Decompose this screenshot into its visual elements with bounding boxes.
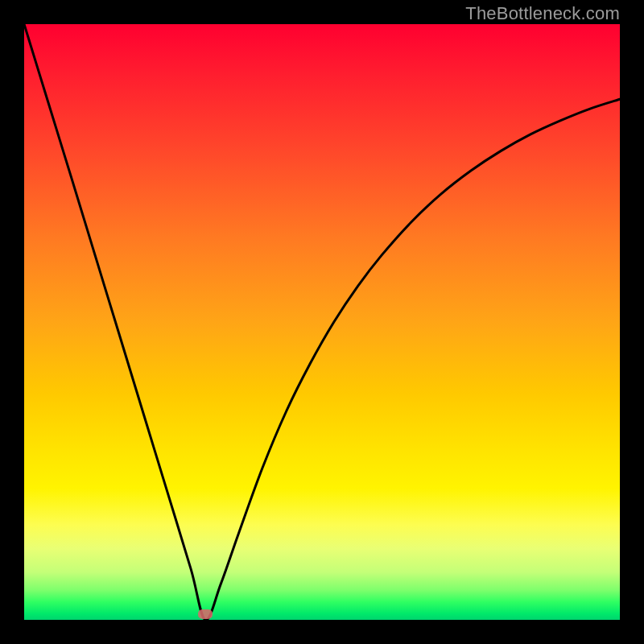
bottleneck-curve-path: [24, 24, 620, 620]
curve-svg: [24, 24, 620, 620]
chart-frame: TheBottleneck.com: [0, 0, 644, 644]
plot-area: [24, 24, 620, 620]
watermark-text: TheBottleneck.com: [465, 3, 620, 24]
minimum-marker: [198, 609, 213, 619]
